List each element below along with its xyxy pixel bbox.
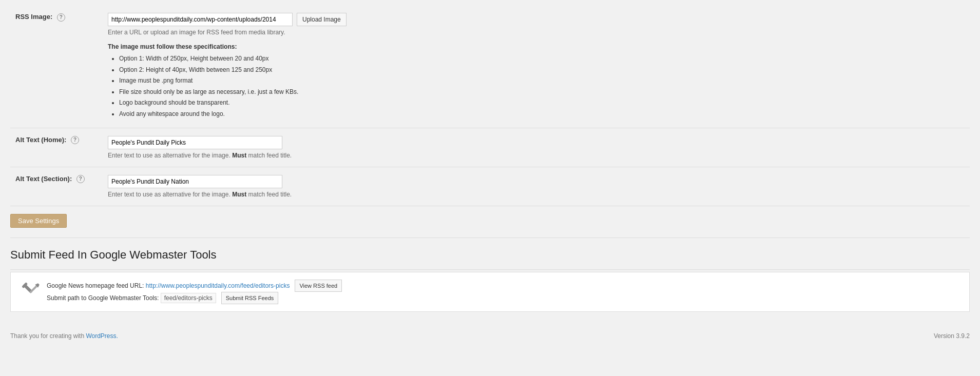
- footer-thank-you: Thank you for creating with: [10, 332, 86, 340]
- alt-text-section-description: Enter text to use as alternative for the…: [108, 191, 965, 198]
- rss-image-description: Enter a URL or upload an image for RSS f…: [108, 29, 965, 36]
- alt-text-home-help-icon[interactable]: ?: [71, 136, 79, 144]
- alt-text-home-label: Alt Text (Home):: [15, 136, 66, 144]
- save-settings-button[interactable]: Save Settings: [10, 214, 67, 228]
- footer-left: Thank you for creating with WordPress.: [10, 332, 118, 340]
- alt-text-home-desc-suffix: match feed title.: [246, 152, 292, 159]
- alt-text-section-label: Alt Text (Section):: [15, 175, 72, 183]
- section-divider-2: [10, 269, 970, 270]
- feed-url-row: Google News homepage feed URL: http://ww…: [47, 280, 342, 292]
- rss-image-field-cell: Upload Image Enter a URL or upload an im…: [103, 5, 970, 128]
- spec-item: Avoid any whitespace around the logo.: [119, 109, 965, 120]
- alt-text-section-field-cell: Enter text to use as alternative for the…: [103, 167, 970, 206]
- alt-text-home-description: Enter text to use as alternative for the…: [108, 152, 965, 159]
- footer: Thank you for creating with WordPress. V…: [10, 322, 970, 345]
- spec-item: Image must be .png format: [119, 75, 965, 87]
- view-rss-button[interactable]: View RSS feed: [295, 280, 342, 292]
- feed-label: Google News homepage feed URL:: [47, 282, 144, 289]
- submit-path: feed/editors-picks: [161, 293, 216, 303]
- upload-image-button[interactable]: Upload Image: [297, 13, 347, 26]
- alt-text-home-desc-prefix: Enter text to use as alternative for the…: [108, 152, 232, 159]
- footer-version: Version 3.9.2: [934, 332, 970, 340]
- tools-icon: [19, 280, 40, 300]
- alt-text-section-desc-suffix: match feed title.: [246, 191, 292, 198]
- alt-text-home-row: Alt Text (Home): ? Enter text to use as …: [10, 128, 970, 167]
- alt-text-home-input[interactable]: [108, 136, 282, 149]
- alt-text-section-desc-bold: Must: [232, 191, 246, 198]
- webmaster-info: Google News homepage feed URL: http://ww…: [47, 280, 342, 304]
- webmaster-tools-box: Google News homepage feed URL: http://ww…: [10, 272, 970, 312]
- alt-text-home-field-cell: Enter text to use as alternative for the…: [103, 128, 970, 167]
- spec-item: File size should only be as large as nec…: [119, 87, 965, 98]
- alt-text-section-help-icon[interactable]: ?: [76, 175, 85, 183]
- submit-rss-feeds-button[interactable]: Submit RSS Feeds: [221, 292, 279, 304]
- spec-item: Logo background should be transparent.: [119, 97, 965, 109]
- wordpress-link[interactable]: WordPress.: [86, 332, 118, 340]
- alt-text-home-desc-bold: Must: [232, 152, 246, 159]
- section-divider: [10, 238, 970, 238]
- submit-path-row: Submit path to Google Webmaster Tools: f…: [47, 292, 342, 304]
- rss-image-specs: The image must follow these specificatio…: [108, 43, 965, 120]
- alt-text-section-desc-prefix: Enter text to use as alternative for the…: [108, 191, 232, 198]
- specs-list: Option 1: Width of 250px, Height between…: [108, 53, 965, 120]
- rss-image-row: RSS Image: ? Upload Image Enter a URL or…: [10, 5, 970, 128]
- rss-image-label: RSS Image:: [15, 13, 52, 21]
- spec-item: Option 1: Width of 250px, Height between…: [119, 53, 965, 65]
- rss-image-url-input[interactable]: [108, 13, 293, 26]
- specs-title: The image must follow these specificatio…: [108, 43, 965, 50]
- feed-url-link[interactable]: http://www.peoplespunditdaily.com/feed/e…: [146, 282, 290, 289]
- rss-image-field-row: Upload Image: [108, 13, 965, 26]
- webmaster-section-title: Submit Feed In Google Webmaster Tools: [10, 248, 970, 262]
- settings-form: RSS Image: ? Upload Image Enter a URL or…: [10, 5, 970, 206]
- submit-label: Submit path to Google Webmaster Tools:: [47, 294, 159, 302]
- rss-image-help-icon[interactable]: ?: [57, 13, 65, 22]
- alt-text-section-row: Alt Text (Section): ? Enter text to use …: [10, 167, 970, 206]
- alt-text-section-input[interactable]: [108, 175, 282, 188]
- spec-item: Option 2: Height of 40px, Width between …: [119, 65, 965, 76]
